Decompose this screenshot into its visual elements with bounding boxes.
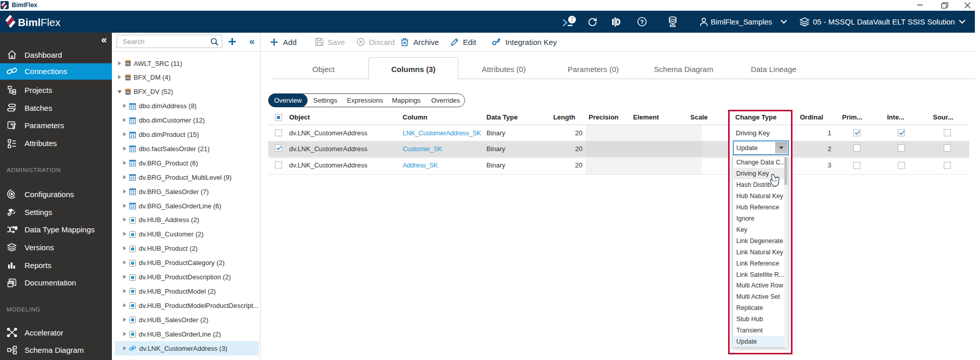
svg-text:SQL: SQL xyxy=(126,62,130,65)
svg-text:?: ? xyxy=(640,19,643,25)
svg-text:7: 7 xyxy=(570,16,573,22)
svg-text:$: $ xyxy=(15,226,17,230)
svg-text:SQL: SQL xyxy=(126,77,130,79)
svg-text:SQL: SQL xyxy=(126,91,130,93)
